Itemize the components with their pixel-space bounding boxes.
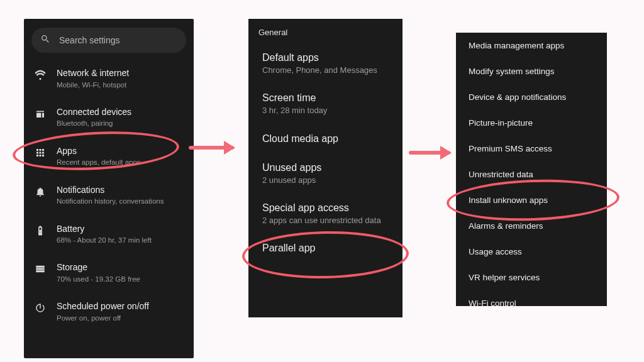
settings-item-scheduled-power[interactable]: Scheduled power on/off Power on, power o…: [24, 292, 194, 331]
apps-item-special-app-access[interactable]: Special app access 2 apps can use unrest…: [248, 194, 402, 234]
apps-item-title: Special app access: [262, 202, 392, 214]
settings-item-title: Battery: [57, 224, 185, 235]
special-item-install-unknown[interactable]: Install unknown apps: [456, 187, 607, 213]
special-item-premium-sms[interactable]: Premium SMS access: [456, 136, 607, 162]
apps-item-title: Parallel app: [262, 242, 392, 255]
apps-item-subtitle: 3 hr, 28 min today: [262, 106, 392, 116]
settings-item-title: Scheduled power on/off: [57, 301, 185, 312]
apps-item-title: Screen time: [262, 92, 392, 104]
settings-item-subtitle: Notification history, conversations: [57, 197, 185, 206]
settings-item-subtitle: Bluetooth, pairing: [57, 119, 185, 128]
settings-item-title: Connected devices: [57, 107, 185, 118]
search-settings[interactable]: Search settings: [31, 28, 186, 53]
devices-icon: [34, 108, 47, 119]
apps-item-subtitle: 2 apps can use unrestricted data: [262, 216, 392, 226]
settings-item-subtitle: Recent apps, default apps: [57, 158, 185, 167]
special-item-modify-system[interactable]: Modify system settings: [456, 58, 607, 84]
apps-item-title: Unused apps: [262, 162, 392, 174]
settings-item-storage[interactable]: Storage 70% used - 19.32 GB free: [24, 253, 194, 292]
special-item-wifi-control[interactable]: Wi-Fi control: [456, 290, 607, 306]
apps-item-parallel-app[interactable]: Parallel app: [248, 234, 402, 263]
special-item-unrestricted-data[interactable]: Unrestricted data: [456, 162, 607, 187]
settings-item-battery[interactable]: Battery 68% - About 20 hr, 37 min left: [24, 215, 194, 254]
special-item-picture-in-picture[interactable]: Picture-in-picture: [456, 110, 607, 136]
annotation-arrow-2: [409, 151, 450, 155]
settings-item-title: Apps: [57, 146, 185, 157]
settings-item-connected-devices[interactable]: Connected devices Bluetooth, pairing: [24, 98, 194, 137]
apps-grid-icon: [34, 147, 47, 158]
settings-item-apps[interactable]: Apps Recent apps, default apps: [24, 137, 194, 176]
settings-item-subtitle: Mobile, Wi-Fi, hotspot: [57, 80, 185, 89]
special-item-device-app-notif[interactable]: Device & app notifications: [456, 84, 607, 110]
special-app-access-panel: Media management apps Modify system sett…: [456, 33, 607, 306]
special-item-vr-helper[interactable]: VR helper services: [456, 265, 607, 290]
apps-general-panel: General Default apps Chrome, Phone, and …: [248, 19, 402, 317]
apps-item-title: Cloud media app: [262, 133, 392, 145]
battery-icon: [34, 225, 47, 236]
settings-main-panel: Search settings Network & internet Mobil…: [24, 19, 194, 358]
apps-item-subtitle: Chrome, Phone, and Messages: [262, 65, 392, 75]
settings-item-subtitle: Power on, power off: [57, 314, 185, 322]
settings-item-subtitle: 68% - About 20 hr, 37 min left: [57, 236, 185, 244]
wifi-icon: [34, 69, 47, 80]
apps-item-unused-apps[interactable]: Unused apps 2 unused apps: [248, 153, 402, 194]
apps-item-screen-time[interactable]: Screen time 3 hr, 28 min today: [248, 84, 402, 124]
settings-item-subtitle: 70% used - 19.32 GB free: [57, 275, 185, 283]
special-item-alarms-reminders[interactable]: Alarms & reminders: [456, 213, 607, 239]
apps-item-title: Default apps: [262, 52, 392, 64]
settings-item-title: Network & internet: [57, 68, 185, 79]
settings-item-title: Storage: [57, 262, 185, 273]
apps-item-default-apps[interactable]: Default apps Chrome, Phone, and Messages: [248, 43, 402, 84]
storage-icon: [34, 263, 47, 275]
search-placeholder: Search settings: [59, 35, 120, 45]
settings-item-title: Notifications: [57, 185, 185, 196]
settings-item-network[interactable]: Network & internet Mobile, Wi-Fi, hotspo…: [24, 59, 194, 98]
special-item-usage-access[interactable]: Usage access: [456, 239, 607, 265]
apps-item-subtitle: 2 unused apps: [262, 175, 392, 185]
apps-item-cloud-media[interactable]: Cloud media app: [248, 124, 402, 153]
search-icon: [40, 34, 59, 47]
settings-item-notifications[interactable]: Notifications Notification history, conv…: [24, 176, 194, 215]
bell-icon: [34, 186, 47, 197]
annotation-arrow-1: [189, 146, 234, 150]
panel-header: General: [248, 19, 402, 43]
power-icon: [34, 302, 47, 314]
special-item-media-management[interactable]: Media management apps: [456, 33, 607, 58]
